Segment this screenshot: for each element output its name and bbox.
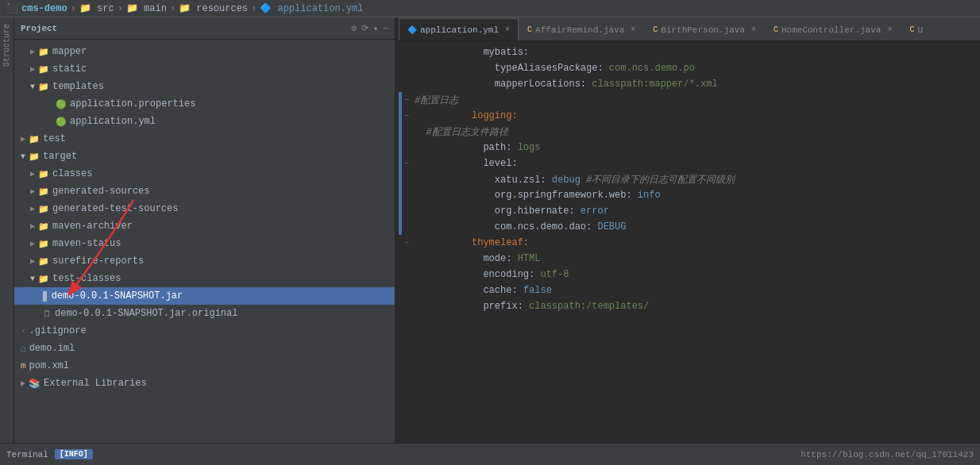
java-tab-icon: C	[527, 25, 532, 34]
sidebar-title: Project	[21, 24, 57, 33]
tree-label: demo.iml	[29, 343, 75, 354]
tab-close-icon[interactable]: ×	[505, 25, 510, 34]
tree-item-templates[interactable]: ▼ 📁 templates	[14, 78, 395, 95]
breadcrumb-resources: 📁 resources	[179, 2, 248, 14]
arrow-icon: ▼	[30, 83, 35, 91]
tab-close-icon[interactable]: ×	[751, 25, 756, 34]
folder-icon: 📁	[38, 239, 49, 249]
arrow-icon: ▶	[30, 186, 35, 196]
main-area: Structure Project ⚙ ⟳ ✦ — ▶ 📁 mapper ▶ 📁	[0, 17, 980, 443]
tree-label: .gitignore	[29, 325, 87, 336]
yaml-icon: 🟢	[56, 117, 67, 127]
breadcrumb-main: 📁 main	[126, 2, 167, 14]
lib-icon: 📚	[29, 378, 41, 390]
tab-label: U	[917, 25, 923, 35]
tree-item-surefire[interactable]: ▶ 📁 surefire-reports	[14, 252, 395, 270]
breadcrumb-file: 🔷 application.yml	[260, 2, 363, 14]
tree-item-gen-sources[interactable]: ▶ 📁 generated-sources	[14, 183, 395, 200]
tree-item-pom[interactable]: m pom.xml	[14, 357, 395, 375]
tree-item-gitignore[interactable]: · .gitignore	[14, 322, 395, 340]
tree-label: test	[43, 133, 66, 144]
tree-item-classes[interactable]: ▶ 📁 classes	[14, 165, 395, 183]
tree-label: demo-0.0.1-SNAPSHOT.jar	[52, 290, 183, 302]
arrow-icon: ▶	[30, 204, 35, 213]
tab-home-controller[interactable]: C HomeController.java ×	[765, 18, 901, 40]
breadcrumb-src: 📁 src	[79, 2, 114, 14]
folder-icon: 📁	[38, 186, 49, 197]
tree-label: classes	[52, 168, 92, 179]
folder-icon: 📁	[38, 204, 49, 214]
tab-close-icon[interactable]: ×	[887, 25, 892, 34]
arrow-icon: ▶	[30, 256, 35, 266]
code-line: − logging:	[399, 108, 980, 124]
folder-icon: 📁	[38, 82, 49, 92]
folder-icon: 📁	[38, 256, 49, 267]
folder-icon: 📁	[38, 221, 49, 232]
tree-item-static[interactable]: ▶ 📁 static	[14, 60, 395, 78]
code-line: mapperLocations: classpath:mapper/*.xml	[399, 76, 980, 92]
collapse-icon[interactable]: —	[383, 23, 388, 33]
tree-label: pom.xml	[29, 360, 69, 371]
tab-label: BirthPerson.java	[661, 25, 745, 35]
tree-item-maven-status[interactable]: ▶ 📁 maven-status	[14, 235, 395, 252]
tree-label: maven-archiver	[52, 221, 133, 232]
arrow-icon: ▼	[30, 275, 35, 283]
tree-item-maven-archiver[interactable]: ▶ 📁 maven-archiver	[14, 217, 395, 235]
tree-item-ext-libs[interactable]: ▶ 📚 External Libraries	[14, 375, 395, 392]
bottom-right: https://blog.csdn.net/qq_17011423	[801, 450, 974, 459]
file-icon: 🗒	[43, 309, 52, 319]
tree-item-jar[interactable]: ▊ demo-0.0.1-SNAPSHOT.jar	[14, 287, 395, 305]
bottom-left: Terminal [INFO]	[6, 449, 93, 459]
editor-area: 🔷 application.yml × C AffairRemind.java …	[399, 17, 980, 443]
tree-item-app-yml[interactable]: 🟢 application.yml	[14, 113, 395, 130]
folder-icon: 📁	[29, 152, 40, 162]
tree-label: templates	[52, 81, 104, 92]
fold-icon[interactable]: −	[402, 159, 411, 168]
info-badge: [INFO]	[55, 449, 93, 459]
java-tab-icon: C	[774, 25, 778, 34]
fold-icon[interactable]: −	[402, 239, 411, 248]
sidebar: Project ⚙ ⟳ ✦ — ▶ 📁 mapper ▶ 📁 static	[14, 17, 395, 443]
tree-label: mapper	[52, 46, 87, 57]
tree-item-test-classes[interactable]: ▼ 📁 test-classes	[14, 270, 395, 287]
settings-icon[interactable]: ⚙	[351, 23, 357, 33]
sidebar-tree: ▶ 📁 mapper ▶ 📁 static ▼ 📁 templates 🟢 ap…	[14, 40, 395, 443]
tree-label: target	[43, 151, 77, 162]
java-tab-icon: C	[909, 25, 914, 34]
tab-unknown[interactable]: C U	[901, 18, 932, 40]
editor-content[interactable]: mybatis: typeAliasesPackage: com.ncs.dem…	[399, 41, 980, 443]
line-content: prefix: classpath:/templates/	[411, 290, 649, 323]
folder-icon: 📁	[38, 274, 49, 284]
tree-item-mapper[interactable]: ▶ 📁 mapper	[14, 43, 395, 60]
sync-icon[interactable]: ⟳	[361, 23, 368, 33]
tab-application-yml[interactable]: 🔷 application.yml ×	[399, 18, 519, 40]
tree-item-app-props[interactable]: 🟢 application.properties	[14, 95, 395, 113]
tab-birth-person[interactable]: C BirthPerson.java ×	[644, 18, 765, 40]
left-panel: Structure	[0, 17, 14, 443]
tab-close-icon[interactable]: ×	[631, 25, 635, 34]
tree-item-test[interactable]: ▶ 📁 test	[14, 130, 395, 148]
terminal-label[interactable]: Terminal	[6, 450, 48, 459]
fold-icon[interactable]: −	[402, 96, 411, 105]
structure-label[interactable]: Structure	[2, 24, 11, 67]
tab-label: application.yml	[420, 25, 499, 35]
tab-affair-remind[interactable]: C AffairRemind.java ×	[519, 18, 644, 40]
tree-label: generated-test-sources	[52, 203, 178, 214]
sidebar-actions: ⚙ ⟳ ✦ —	[351, 23, 388, 33]
tree-item-iml[interactable]: ☐ demo.iml	[14, 340, 395, 357]
tree-item-gen-test-sources[interactable]: ▶ 📁 generated-test-sources	[14, 200, 395, 217]
gear-icon[interactable]: ✦	[373, 23, 379, 33]
tree-label: generated-sources	[52, 186, 149, 197]
java-tab-icon: C	[653, 25, 658, 34]
arrow-icon: ▶	[30, 47, 35, 56]
tree-item-target[interactable]: ▼ 📁 target	[14, 148, 395, 165]
tree-item-jar-original[interactable]: 🗒 demo-0.0.1-SNAPSHOT.jar.original	[14, 305, 395, 322]
url-link[interactable]: https://blog.csdn.net/qq_17011423	[801, 450, 974, 459]
tree-label: test-classes	[52, 273, 121, 284]
tab-bar: 🔷 application.yml × C AffairRemind.java …	[399, 17, 980, 41]
sidebar-header: Project ⚙ ⟳ ✦ —	[14, 17, 395, 40]
fold-icon[interactable]: −	[402, 112, 411, 121]
tree-label: application.properties	[70, 98, 195, 110]
title-bar: ⬛ cms-demo › 📁 src › 📁 main › 📁 resource…	[0, 0, 980, 17]
arrow-icon: ▶	[30, 221, 35, 231]
